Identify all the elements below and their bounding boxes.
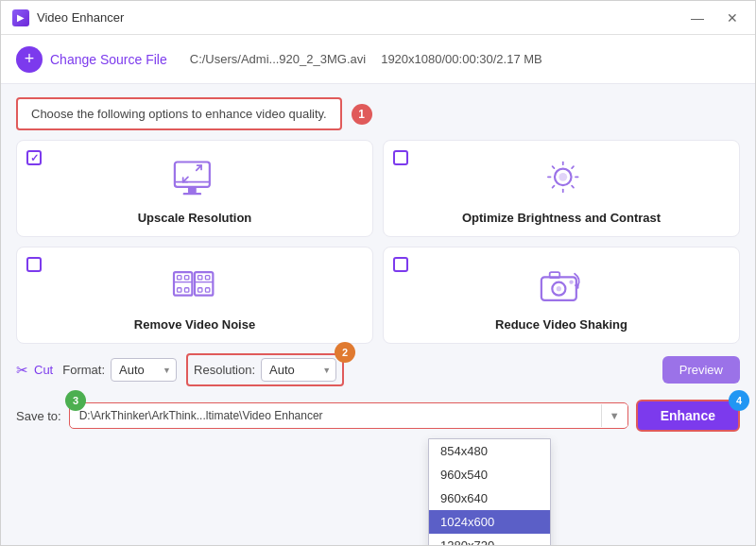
save-label: Save to: — [16, 409, 61, 423]
save-path-wrapper: ▼ — [69, 402, 628, 429]
dropdown-item-1280[interactable]: 1280x720 — [429, 534, 550, 545]
checkbox-shaking[interactable] — [393, 257, 408, 272]
dropdown-item-960-540[interactable]: 960x540 — [429, 463, 550, 486]
resolution-section: Resolution: Auto 2 — [186, 353, 344, 386]
cut-button[interactable]: ✂ Cut — [16, 362, 53, 379]
app-window: ▶ Video Enhancer — ✕ + Change Source Fil… — [0, 0, 756, 546]
option-label-brightness: Optimize Brightness and Contrast — [462, 211, 661, 225]
change-source-button[interactable]: + Change Source File — [16, 46, 167, 73]
dropdown-item-960-640[interactable]: 960x640 — [429, 486, 550, 510]
checkbox-brightness[interactable] — [393, 150, 408, 165]
option-card-brightness: Optimize Brightness and Contrast — [383, 140, 740, 237]
instruction-badge: 1 — [352, 104, 372, 125]
svg-point-30 — [557, 286, 561, 291]
source-bar: + Change Source File C:/Users/Admi...920… — [1, 35, 755, 84]
svg-point-32 — [569, 280, 573, 283]
scissors-icon: ✂ — [16, 362, 28, 379]
resolution-select[interactable]: Auto — [261, 358, 336, 382]
svg-rect-18 — [184, 276, 188, 280]
checkbox-noise[interactable] — [26, 257, 42, 272]
bottom-bar: ✂ Cut Format: Auto Resolution: Auto — [16, 353, 740, 390]
svg-rect-0 — [175, 162, 210, 187]
svg-rect-19 — [178, 288, 181, 292]
source-file-info: 1920x1080/00:00:30/2.17 MB — [381, 52, 542, 66]
enhance-button[interactable]: Enhance — [636, 400, 740, 432]
svg-rect-16 — [174, 272, 192, 296]
instruction-bar: Choose the following options to enhance … — [16, 97, 740, 130]
svg-rect-26 — [205, 288, 209, 292]
option-label-noise: Remove Video Noise — [134, 317, 255, 332]
titlebar: ▶ Video Enhancer — ✕ — [1, 1, 755, 35]
format-select[interactable]: Auto — [111, 358, 177, 382]
resolution-label: Resolution: — [194, 363, 255, 377]
option-label-upscale: Upscale Resolution — [138, 211, 252, 225]
cut-label: Cut — [34, 363, 53, 377]
window-controls: — ✕ — [685, 9, 744, 27]
svg-rect-23 — [198, 276, 202, 280]
svg-rect-22 — [195, 272, 213, 296]
instruction-text: Choose the following options to enhance … — [16, 97, 342, 130]
option-card-noise: Remove Video Noise — [16, 247, 373, 344]
minimize-button[interactable]: — — [685, 9, 710, 27]
close-button[interactable]: ✕ — [721, 9, 744, 27]
film-icon — [166, 263, 223, 310]
save-path-browse-button[interactable]: ▼ — [601, 404, 627, 427]
save-badge: 3 — [65, 390, 86, 411]
monitor-icon — [166, 156, 223, 203]
format-section: Format: Auto — [62, 358, 177, 382]
svg-line-12 — [553, 166, 555, 168]
dropdown-item-854[interactable]: 854x480 — [429, 439, 550, 463]
option-card-upscale: Upscale Resolution — [16, 140, 373, 237]
svg-rect-20 — [184, 288, 188, 292]
camera-icon — [533, 263, 590, 310]
dropdown-item-1024[interactable]: 1024x600 — [429, 510, 550, 534]
svg-rect-2 — [188, 187, 197, 193]
save-path-input[interactable] — [70, 403, 601, 428]
resolution-dropdown: 854x480 960x540 960x640 1024x600 1280x72… — [428, 438, 551, 545]
svg-rect-24 — [205, 276, 209, 280]
app-title: Video Enhancer — [37, 10, 685, 25]
options-grid: Upscale Resolution — [16, 140, 740, 344]
svg-point-7 — [558, 173, 567, 181]
svg-rect-25 — [198, 288, 202, 292]
option-card-shaking: Reduce Video Shaking — [383, 247, 740, 344]
option-label-shaking: Reduce Video Shaking — [495, 317, 627, 332]
svg-line-15 — [553, 186, 555, 188]
save-row: 3 Save to: ▼ 4 Enhance — [16, 400, 740, 437]
enhance-badge: 4 — [729, 390, 749, 411]
resolution-select-wrapper: Auto — [261, 358, 336, 382]
main-content: Choose the following options to enhance … — [1, 84, 755, 545]
checkbox-upscale[interactable] — [26, 150, 42, 165]
brightness-icon — [533, 156, 590, 203]
svg-rect-3 — [183, 193, 201, 195]
source-file-path: C:/Users/Admi...920_2_3MG.avi — [190, 52, 366, 66]
resolution-badge: 2 — [335, 342, 355, 363]
svg-line-14 — [572, 166, 574, 168]
add-icon: + — [16, 46, 43, 73]
change-source-label: Change Source File — [50, 52, 167, 67]
svg-line-13 — [572, 186, 574, 188]
format-label: Format: — [62, 363, 105, 377]
svg-rect-17 — [178, 276, 181, 280]
format-select-wrapper: Auto — [111, 358, 177, 382]
app-icon: ▶ — [12, 9, 29, 26]
preview-button[interactable]: Preview — [662, 356, 740, 384]
